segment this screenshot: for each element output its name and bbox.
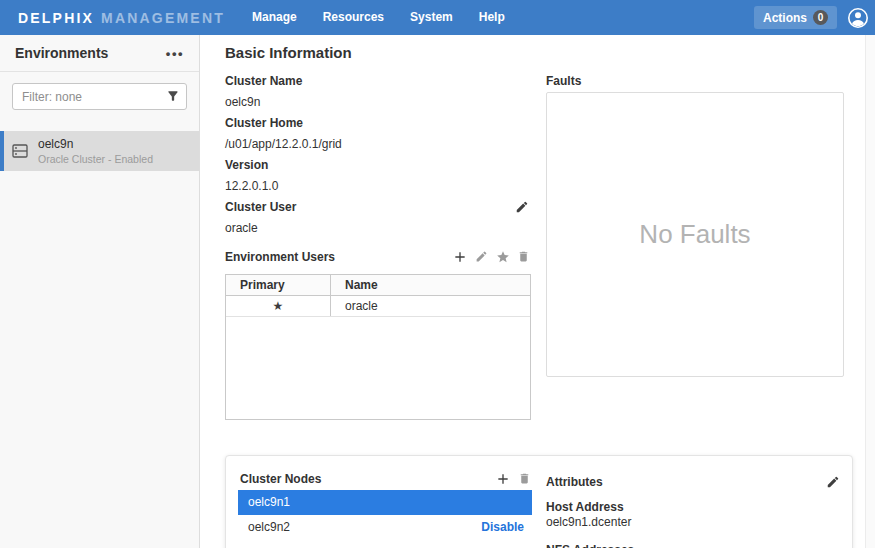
logo-secondary: MANAGEMENT [101,10,225,26]
environment-name: oelc9n [38,137,153,151]
environment-users-table: Primary Name ★ oracle [225,274,531,420]
field-label-cluster-user: Cluster User [225,197,531,218]
logo-primary: DELPHIX [18,10,94,26]
cluster-nodes-title: Cluster Nodes [240,472,321,486]
field-label-cluster-name: Cluster Name [225,71,531,92]
top-nav-bar: DELPHIX MANAGEMENT Manage Resources Syst… [0,0,875,35]
add-node-icon[interactable] [495,471,511,487]
node-row-oelc9n1[interactable]: oelc9n1 [238,490,532,515]
field-value-cluster-home: /u01/app/12.2.0.1/grid [225,134,531,155]
nav-resources[interactable]: Resources [310,0,397,35]
column-header-primary: Primary [226,275,331,295]
no-faults-empty-state: No Faults [639,219,750,250]
top-nav-menu: Manage Resources System Help [239,0,518,35]
actions-button-label: Actions [763,11,807,25]
delphix-logo: DELPHIX MANAGEMENT [0,10,225,26]
edit-attributes-icon[interactable] [826,475,840,489]
attribute-label-host-address: Host Address [546,500,840,515]
environment-users-title: Environment Users [225,250,335,264]
actions-count-badge: 0 [813,10,828,25]
primary-star-icon: ★ [226,296,331,316]
field-value-cluster-name: oelc9n [225,92,531,113]
environment-filter [12,83,187,110]
faults-title: Faults [546,74,581,88]
main-content: Basic Information Cluster Name oelc9n Cl… [201,35,865,548]
delete-user-icon[interactable] [517,250,531,264]
faults-panel: No Faults [546,92,844,377]
attributes-panel: Attributes Host Address oelc9n1.dcenter … [546,474,840,548]
attributes-header: Attributes [546,474,840,490]
nav-help[interactable]: Help [466,0,518,35]
cluster-environment-icon [12,144,28,158]
add-user-icon[interactable] [452,249,468,265]
users-table-header: Primary Name [226,275,530,296]
set-primary-star-icon[interactable] [496,250,510,264]
table-row[interactable]: ★ oracle [226,296,530,317]
cluster-nodes-panel: Cluster Nodes oelc9n1 oelc9n2 Di [238,468,532,540]
environments-sidebar: Environments ••• oelc9n Oracle Cluster -… [0,35,200,548]
field-label-cluster-home: Cluster Home [225,113,531,134]
actions-button[interactable]: Actions 0 [754,6,837,29]
topbar-right-group: Actions 0 [754,6,875,30]
node-name: oelc9n2 [248,515,290,540]
field-value-version: 12.2.0.1.0 [225,176,531,197]
cluster-nodes-toolbar [495,471,532,487]
node-row-oelc9n2[interactable]: oelc9n2 Disable [238,515,532,540]
attributes-title: Attributes [546,475,603,489]
user-avatar-icon[interactable] [846,6,870,30]
cluster-nodes-card: Cluster Nodes oelc9n1 oelc9n2 Di [225,455,853,548]
sidebar-title: Environments [15,45,108,61]
attribute-value-host-address: oelc9n1.dcenter [546,515,840,530]
filter-funnel-icon[interactable] [166,89,180,103]
node-name: oelc9n1 [248,490,290,515]
sidebar-more-menu-icon[interactable]: ••• [166,46,184,61]
user-name-cell: oracle [331,296,530,316]
attribute-label-nfs-addresses: NFS Addresses [546,543,840,548]
disable-node-link[interactable]: Disable [481,515,524,540]
attributes-toolbar [826,475,840,489]
edit-cluster-user-icon[interactable] [515,200,529,214]
page-title: Basic Information [225,44,352,61]
environment-users-header: Environment Users [225,249,531,265]
column-header-name: Name [331,275,530,295]
nav-system[interactable]: System [397,0,466,35]
sidebar-header: Environments ••• [0,35,199,72]
edit-user-icon[interactable] [475,250,489,264]
environment-subtitle: Oracle Cluster - Enabled [38,153,153,165]
vertical-scrollbar[interactable] [865,35,875,548]
nav-manage[interactable]: Manage [239,0,310,35]
basic-information-fields: Cluster Name oelc9n Cluster Home /u01/ap… [225,71,531,239]
environment-list: oelc9n Oracle Cluster - Enabled [0,131,199,171]
field-value-cluster-user: oracle [225,218,531,239]
filter-input[interactable] [12,83,187,110]
field-label-version: Version [225,155,531,176]
environment-users-toolbar [452,249,531,265]
environment-list-item-oelc9n[interactable]: oelc9n Oracle Cluster - Enabled [0,131,199,171]
cluster-nodes-header: Cluster Nodes [238,468,532,490]
delete-node-icon[interactable] [518,472,532,486]
